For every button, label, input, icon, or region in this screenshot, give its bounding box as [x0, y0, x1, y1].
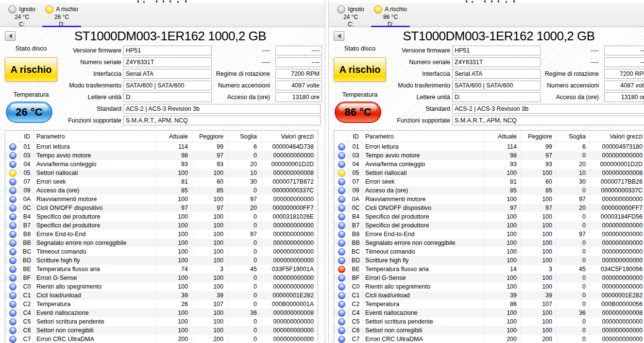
id-column-header: ID — [349, 131, 363, 142]
attribute-worst: 100 — [521, 282, 557, 291]
status-dot-cell — [334, 186, 349, 195]
attribute-current: 100 — [484, 239, 521, 247]
attribute-current: 100 — [484, 317, 521, 326]
attribute-raw: 000000000000 — [261, 256, 318, 265]
attribute-name: Temperatura flusso aria — [363, 265, 484, 274]
drive-tab[interactable]: Ignoto 24 °C C: — [2, 3, 42, 26]
attribute-threshold: 0 — [228, 291, 261, 300]
attribute-raw: 00000000337C — [261, 186, 318, 195]
drive-tab[interactable]: A rischio 26 °C D: — [42, 3, 82, 26]
temperature-badge[interactable]: 26 °C — [6, 102, 52, 123]
attribute-worst: 100 — [192, 309, 228, 317]
attribute-worst: 100 — [521, 212, 557, 221]
back-button[interactable] — [334, 31, 344, 41]
attribute-name: Errori seek — [34, 177, 155, 186]
attribute-raw: 000000001D2D — [590, 160, 644, 169]
attribute-status-icon — [338, 240, 345, 247]
attribute-threshold: 20 — [228, 160, 261, 169]
attribute-id: C5 — [20, 317, 34, 326]
attribute-worst: 100 — [192, 247, 228, 256]
attribute-raw: 000000000000 — [261, 335, 318, 343]
smart-attribute-row: C6 Settori non corregibili 100 100 0 000… — [5, 326, 318, 335]
attribute-worst: 100 — [192, 212, 228, 221]
disk-model-title: ST1000DM003-1ER162 1000,2 GB — [348, 29, 644, 44]
attribute-threshold: 0 — [557, 317, 590, 326]
smart-attribute-row: BB Segnalato errore non correggibile 100… — [334, 239, 644, 247]
attribute-current: 74 — [155, 265, 192, 274]
attribute-id: 01 — [20, 142, 34, 151]
drive-tab[interactable]: A rischio 86 °C D: — [371, 3, 410, 26]
field-label: Interfaccia — [391, 70, 452, 77]
smart-attribute-row: C4 Eventi riallocazione 100 100 36 00000… — [5, 309, 318, 317]
attribute-id: C6 — [20, 326, 34, 335]
field-value: SATA/600 | SATA/600 — [452, 81, 541, 90]
attribute-raw: 000B0000001A — [261, 300, 318, 309]
diskinfo-window: Ignoto 24 °C C: A rischio 26 °C D: — [0, 0, 325, 343]
drive-tab[interactable]: Ignoto 24 °C C: — [331, 3, 371, 26]
attribute-name: Eventi riallocazione — [34, 309, 155, 317]
field-label: Standard — [391, 105, 452, 112]
field-row: ---- ---- — [542, 57, 644, 67]
attribute-id: BD — [20, 256, 34, 265]
attribute-status-icon — [338, 248, 345, 256]
status-dot-cell — [5, 160, 20, 169]
attribute-current: 100 — [484, 169, 521, 177]
disk-health-badge[interactable]: A rischio — [5, 57, 57, 82]
attribute-current: 100 — [155, 326, 192, 335]
attribute-status-icon — [9, 283, 17, 291]
smart-attribute-row: 0A Riavviammenti motore 100 100 97 00000… — [5, 195, 318, 204]
temperature-badge[interactable]: 86 °C — [335, 102, 381, 123]
attribute-worst: 93 — [521, 160, 557, 169]
back-button[interactable] — [5, 31, 16, 41]
attribute-status-icon — [338, 143, 345, 151]
smart-attribute-row: 09 Acceso da (ore) 85 85 0 00000000337C — [334, 186, 644, 195]
attribute-worst: 39 — [521, 291, 557, 300]
attribute-id: BF — [349, 274, 363, 282]
main-panel: ST1000DM003-1ER162 1000,2 GB Stato disco… — [0, 27, 325, 343]
attribute-status-icon — [338, 170, 345, 177]
smart-attribute-row: C0 Rientri allo spegnimento 100 100 0 00… — [5, 282, 318, 291]
status-dot-cell — [334, 230, 349, 239]
attribute-worst: 100 — [521, 230, 557, 239]
attribute-raw: 00003181026E — [261, 212, 318, 221]
field-value: 4087 volte — [604, 81, 644, 90]
field-value: D: — [452, 92, 541, 102]
field-label: ---- — [213, 59, 272, 66]
attribute-raw: 000000000FF7 — [590, 204, 644, 212]
attribute-name: Specifico del produttore — [34, 212, 155, 221]
smart-attribute-row: BE Temperatura flusso aria 14 3 45 034C5… — [334, 265, 644, 274]
attribute-status-icon — [338, 257, 345, 264]
attribute-name: Segnalato errore non correggibile — [34, 239, 155, 247]
attribute-status-icon — [338, 283, 345, 291]
attribute-status-icon — [338, 301, 345, 308]
attribute-threshold: 0 — [228, 221, 261, 230]
attribute-threshold: 0 — [557, 291, 590, 300]
field-label: Funzioni supportate — [391, 117, 452, 124]
attribute-raw: 000000000008 — [261, 169, 318, 177]
attribute-threshold: 0 — [228, 247, 261, 256]
attribute-threshold: 30 — [557, 177, 590, 186]
attribute-threshold: 97 — [557, 230, 590, 239]
field-label: Acceso da (ore) — [213, 94, 272, 101]
attribute-status-icon — [338, 309, 345, 317]
field-label: Standard — [62, 105, 123, 112]
field-row: ---- ---- — [213, 46, 322, 55]
attribute-status-icon — [338, 231, 345, 238]
attribute-current: 100 — [484, 221, 521, 230]
attribute-name: Cicli load/unload — [34, 291, 155, 300]
attribute-current: 85 — [155, 186, 192, 195]
attribute-worst: 85 — [521, 186, 557, 195]
attribute-id: 0C — [349, 204, 363, 212]
attribute-name: Cicli load/unload — [363, 291, 484, 300]
smart-attribute-row: C5 Settori scrittura pendente 100 100 0 … — [5, 317, 318, 326]
attribute-worst: 200 — [521, 335, 557, 343]
attribute-id: C7 — [20, 335, 34, 343]
attribute-raw: 000B00000056 — [590, 300, 644, 309]
field-row: Funzioni supportate S.M.A.R.T., APM, NCQ — [391, 116, 644, 125]
disk-health-badge[interactable]: A rischio — [334, 57, 386, 82]
threshold-column-header: Soglia — [557, 131, 590, 142]
attribute-raw: 000000000000 — [261, 326, 318, 335]
attribute-status-icon — [338, 152, 345, 159]
attribute-id: B8 — [349, 230, 363, 239]
attribute-raw: 00000000337C — [590, 186, 644, 195]
